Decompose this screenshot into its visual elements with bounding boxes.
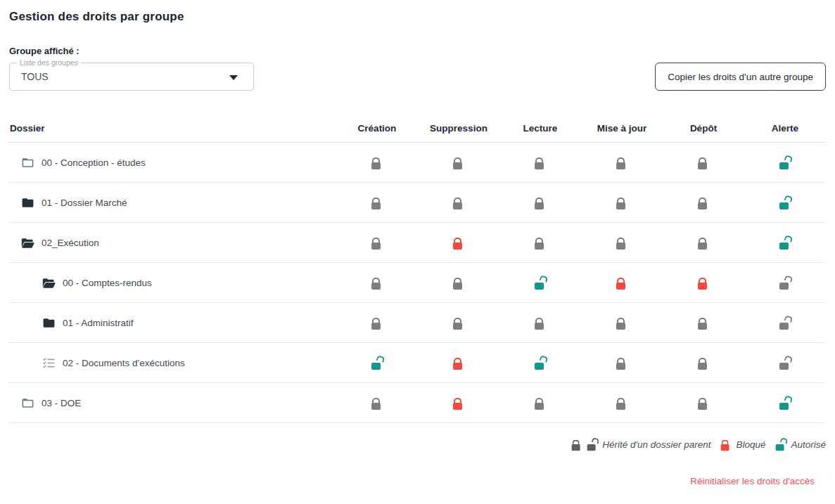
lock-icon[interactable] bbox=[453, 316, 464, 330]
legend-allowed: Autorisé bbox=[775, 438, 826, 451]
lock-icon[interactable] bbox=[371, 396, 383, 410]
depot-cell bbox=[663, 356, 744, 370]
folder-name-cell[interactable]: 00 - Conception - études bbox=[9, 156, 336, 169]
depot-cell bbox=[663, 196, 744, 209]
lock-icon[interactable] bbox=[616, 316, 627, 330]
lock-icon[interactable] bbox=[371, 196, 383, 209]
folder-name: 02 - Documents d'exécutions bbox=[63, 358, 185, 368]
folder-name: 00 - Conception - études bbox=[42, 157, 146, 168]
lock-icon[interactable] bbox=[535, 196, 546, 209]
lock-icon[interactable] bbox=[779, 316, 791, 330]
lock-icon[interactable] bbox=[453, 236, 464, 250]
lock-icon[interactable] bbox=[779, 396, 791, 410]
lock-icon[interactable] bbox=[698, 236, 709, 250]
depot-cell bbox=[663, 276, 744, 290]
folder-name-cell[interactable]: 02_Exécution bbox=[9, 236, 336, 250]
alerte-cell bbox=[744, 396, 826, 410]
lock-icon[interactable] bbox=[453, 196, 464, 209]
lock-icon[interactable] bbox=[616, 156, 627, 169]
legend-inherited-label: Hérité d'un dossier parent bbox=[602, 439, 710, 450]
lock-icon[interactable] bbox=[698, 316, 709, 330]
lecture-cell bbox=[499, 356, 581, 370]
lock-icon[interactable] bbox=[535, 356, 546, 370]
lock-icon[interactable] bbox=[535, 316, 546, 330]
suppression-cell bbox=[418, 276, 499, 290]
open-lock-icon bbox=[587, 439, 598, 451]
folder-name: 01 - Administratif bbox=[63, 318, 134, 328]
lock-icon[interactable] bbox=[698, 356, 709, 370]
column-header-lecture: Lecture bbox=[499, 123, 581, 134]
mise-a-jour-cell bbox=[581, 316, 663, 330]
lecture-cell bbox=[499, 156, 581, 169]
suppression-cell bbox=[418, 236, 499, 250]
folder-icon bbox=[42, 316, 56, 330]
lock-icon[interactable] bbox=[779, 356, 791, 370]
folder-name-cell[interactable]: 01 - Dossier Marché bbox=[9, 196, 336, 209]
lock-icon[interactable] bbox=[779, 236, 791, 250]
table-row: 02 - Documents d'exécutions bbox=[9, 343, 826, 383]
creation-cell bbox=[336, 236, 418, 250]
column-header-creation: Création bbox=[336, 123, 418, 134]
alerte-cell bbox=[744, 196, 826, 209]
suppression-cell bbox=[418, 356, 499, 370]
lock-icon[interactable] bbox=[698, 276, 709, 290]
folder-icon bbox=[21, 196, 34, 209]
folder-icon bbox=[21, 156, 34, 169]
lock-icon[interactable] bbox=[616, 236, 627, 250]
lock-icon[interactable] bbox=[616, 276, 627, 290]
lock-icon[interactable] bbox=[371, 356, 383, 370]
lock-icon[interactable] bbox=[453, 396, 464, 410]
group-select-value: TOUS bbox=[10, 71, 49, 82]
folder-icon bbox=[21, 396, 34, 410]
table-row: 00 - Conception - études bbox=[9, 143, 826, 183]
lock-icon[interactable] bbox=[453, 156, 464, 169]
lock-icon[interactable] bbox=[535, 396, 546, 410]
group-select[interactable]: Liste des groupes TOUS bbox=[9, 63, 254, 91]
lock-icon[interactable] bbox=[535, 236, 546, 250]
mise-a-jour-cell bbox=[581, 236, 663, 250]
lock-icon[interactable] bbox=[698, 196, 709, 209]
folder-name-cell[interactable]: 03 - DOE bbox=[9, 396, 336, 410]
lock-icon[interactable] bbox=[779, 156, 791, 169]
folder-icon bbox=[21, 236, 34, 250]
folder-name-cell[interactable]: 01 - Administratif bbox=[9, 316, 336, 330]
lock-icon[interactable] bbox=[698, 396, 709, 410]
footer-actions: Réinitialiser les droits d'accès bbox=[9, 474, 826, 487]
lock-icon[interactable] bbox=[698, 156, 709, 169]
column-header-dossier: Dossier bbox=[9, 123, 336, 134]
column-header-alerte: Alerte bbox=[744, 123, 826, 134]
table-row: 03 - DOE bbox=[9, 383, 826, 423]
table-row: 01 - Dossier Marché bbox=[9, 183, 826, 223]
copy-rights-button[interactable]: Copier les droits d'un autre groupe bbox=[655, 63, 826, 91]
lock-icon[interactable] bbox=[535, 276, 546, 290]
reset-rights-link[interactable]: Réinitialiser les droits d'accès bbox=[690, 476, 815, 486]
lock-icon[interactable] bbox=[616, 356, 627, 370]
lock-icon[interactable] bbox=[616, 196, 627, 209]
lock-icon[interactable] bbox=[371, 316, 383, 330]
alerte-cell bbox=[744, 236, 826, 250]
lecture-cell bbox=[499, 316, 581, 330]
lock-icon[interactable] bbox=[616, 396, 627, 410]
folder-name: 02_Exécution bbox=[42, 238, 99, 248]
lock-icon[interactable] bbox=[779, 276, 791, 290]
folder-name: 03 - DOE bbox=[42, 398, 81, 408]
creation-cell bbox=[336, 356, 418, 370]
lock-icon[interactable] bbox=[371, 156, 383, 169]
lock-icon[interactable] bbox=[535, 156, 546, 169]
alerte-cell bbox=[744, 356, 826, 370]
creation-cell bbox=[336, 276, 418, 290]
table-header-row: Dossier Création Suppression Lecture Mis… bbox=[9, 115, 826, 143]
lock-icon[interactable] bbox=[371, 276, 383, 290]
suppression-cell bbox=[418, 196, 499, 209]
mise-a-jour-cell bbox=[581, 276, 663, 290]
mise-a-jour-cell bbox=[581, 356, 663, 370]
folder-name-cell[interactable]: 02 - Documents d'exécutions bbox=[9, 356, 336, 370]
lock-icon[interactable] bbox=[453, 276, 464, 290]
creation-cell bbox=[336, 396, 418, 410]
rights-management-page: Gestion des droits par groupe Groupe aff… bbox=[0, 0, 835, 487]
lock-icon[interactable] bbox=[371, 236, 383, 250]
lock-icon[interactable] bbox=[453, 356, 464, 370]
creation-cell bbox=[336, 156, 418, 169]
lock-icon[interactable] bbox=[779, 196, 791, 209]
folder-name-cell[interactable]: 00 - Comptes-rendus bbox=[9, 276, 336, 290]
